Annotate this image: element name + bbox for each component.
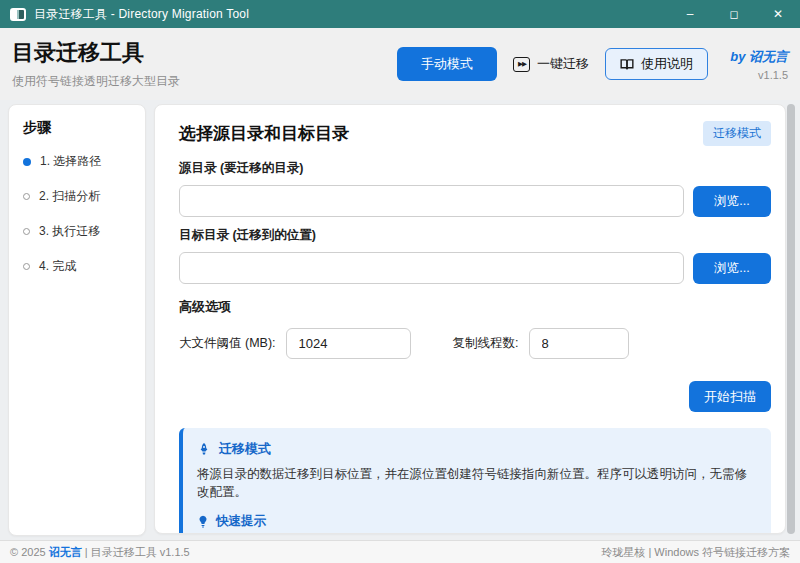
panel-title: 选择源目录和目标目录 (179, 122, 349, 145)
fast-forward-icon: ▶▶ (513, 57, 530, 72)
footer-author-link[interactable]: 诏无言 (49, 546, 82, 558)
target-dir-row: 浏览... (179, 252, 771, 284)
copyright-prefix: © 2025 (10, 546, 49, 558)
maximize-button[interactable]: ◻ (712, 0, 756, 28)
page-subtitle: 使用符号链接透明迁移大型目录 (12, 73, 180, 90)
main-panel: 选择源目录和目标目录 迁移模式 源目录 (要迁移的目录) 浏览... 目标目录 … (154, 104, 786, 534)
version-label: v1.1.5 (726, 69, 788, 81)
page-title: 目录迁移工具 (12, 38, 180, 68)
step-label: 1. 选择路径 (40, 153, 101, 170)
advanced-options-row: 大文件阈值 (MB): 复制线程数: (179, 328, 771, 359)
one-click-migrate-button[interactable]: ▶▶ 一键迁移 (511, 49, 591, 79)
scan-row: 开始扫描 (179, 381, 771, 412)
source-dir-row: 浏览... (179, 185, 771, 217)
one-click-migrate-label: 一键迁移 (537, 55, 589, 73)
window-controls: – ◻ ✕ (668, 0, 800, 28)
threads-input[interactable] (529, 328, 629, 359)
advanced-options-label: 高级选项 (179, 298, 771, 316)
threshold-input[interactable] (286, 328, 411, 359)
mode-badge: 迁移模式 (703, 121, 771, 146)
help-label: 使用说明 (641, 55, 693, 73)
content-area: 步骤 1. 选择路径 2. 扫描分析 3. 执行迁移 4. 完成 (0, 100, 800, 540)
step-idle-dot (23, 228, 30, 235)
start-scan-button[interactable]: 开始扫描 (689, 381, 771, 412)
steps-sidebar: 步骤 1. 选择路径 2. 扫描分析 3. 执行迁移 4. 完成 (8, 104, 146, 536)
scrollbar-thumb[interactable] (787, 104, 795, 534)
step-idle-dot (23, 263, 30, 270)
book-icon (620, 58, 634, 71)
copyright-suffix: | 目录迁移工具 v1.1.5 (82, 546, 190, 558)
step-item-scan-analyze: 2. 扫描分析 (23, 188, 131, 205)
tips-heading: 快速提示 (197, 513, 755, 530)
source-dir-input[interactable] (179, 185, 684, 217)
threads-label: 复制线程数: (453, 335, 519, 352)
info-mode-title: 迁移模式 (219, 440, 271, 458)
threshold-label: 大文件阈值 (MB): (179, 335, 276, 352)
window-title: 目录迁移工具 - Directory Migration Tool (34, 6, 249, 23)
minimize-button[interactable]: – (668, 0, 712, 28)
panel-header: 选择源目录和目标目录 迁移模式 (179, 121, 771, 146)
target-dir-input[interactable] (179, 252, 684, 284)
header-actions: 手动模式 ▶▶ 一键迁移 使用说明 by 诏无言 v1.1.5 (397, 47, 788, 81)
header-titles: 目录迁移工具 使用符号链接透明迁移大型目录 (12, 38, 180, 90)
author-name: by 诏无言 (726, 48, 788, 66)
footer-tagline: 玲珑星核 | Windows 符号链接迁移方案 (601, 545, 790, 560)
author-block: by 诏无言 v1.1.5 (726, 48, 788, 81)
info-mode-desc: 将源目录的数据迁移到目标位置，并在源位置创建符号链接指向新位置。程序可以透明访问… (197, 466, 755, 501)
info-box: 迁移模式 将源目录的数据迁移到目标位置，并在源位置创建符号链接指向新位置。程序可… (179, 428, 771, 534)
step-idle-dot (23, 193, 30, 200)
help-button[interactable]: 使用说明 (605, 48, 708, 80)
tips-title: 快速提示 (216, 513, 266, 530)
step-item-select-path: 1. 选择路径 (23, 153, 131, 170)
app-window: 目录迁移工具 - Directory Migration Tool – ◻ ✕ … (0, 0, 800, 563)
step-label: 2. 扫描分析 (39, 188, 100, 205)
target-dir-label: 目标目录 (迁移到的位置) (179, 227, 771, 244)
step-label: 3. 执行迁移 (39, 223, 100, 240)
step-item-execute-migrate: 3. 执行迁移 (23, 223, 131, 240)
footer-copyright: © 2025 诏无言 | 目录迁移工具 v1.1.5 (10, 545, 190, 560)
lightbulb-icon (197, 515, 209, 528)
steps-title: 步骤 (23, 119, 131, 137)
manual-mode-button[interactable]: 手动模式 (397, 47, 497, 81)
step-active-dot (23, 158, 31, 166)
rocket-icon (197, 442, 211, 456)
status-bar: © 2025 诏无言 | 目录迁移工具 v1.1.5 玲珑星核 | Window… (0, 540, 800, 563)
step-item-finish: 4. 完成 (23, 258, 131, 275)
browse-target-button[interactable]: 浏览... (693, 253, 771, 284)
browse-source-button[interactable]: 浏览... (693, 186, 771, 217)
close-button[interactable]: ✕ (756, 0, 800, 28)
source-dir-label: 源目录 (要迁移的目录) (179, 160, 771, 177)
title-bar: 目录迁移工具 - Directory Migration Tool – ◻ ✕ (0, 0, 800, 28)
app-header: 目录迁移工具 使用符号链接透明迁移大型目录 手动模式 ▶▶ 一键迁移 使用说明 … (0, 28, 800, 100)
steps-list: 1. 选择路径 2. 扫描分析 3. 执行迁移 4. 完成 (23, 153, 131, 275)
info-mode-heading: 迁移模式 (197, 440, 755, 458)
step-label: 4. 完成 (39, 258, 76, 275)
vertical-scrollbar[interactable] (787, 104, 795, 536)
app-icon (10, 8, 26, 21)
